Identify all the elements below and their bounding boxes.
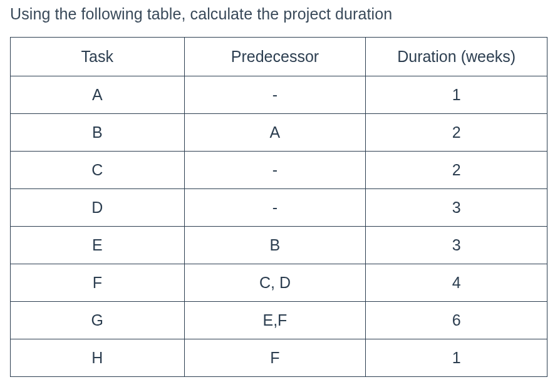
task-table: Task Predecessor Duration (weeks) A - 1 …: [10, 37, 547, 377]
cell-duration: 2: [366, 152, 547, 189]
table-row: E B 3: [11, 227, 547, 264]
table-row: C - 2: [11, 152, 547, 189]
cell-predecessor: B: [184, 227, 366, 264]
table-row: G E,F 6: [11, 302, 547, 339]
header-task: Task: [11, 38, 185, 76]
cell-task: E: [11, 227, 185, 264]
cell-duration: 1: [366, 339, 547, 377]
cell-task: F: [11, 264, 185, 302]
cell-duration: 1: [366, 76, 547, 114]
header-duration: Duration (weeks): [366, 38, 547, 76]
question-prompt: Using the following table, calculate the…: [10, 5, 550, 23]
header-predecessor: Predecessor: [184, 38, 366, 76]
cell-predecessor: C, D: [184, 264, 366, 302]
cell-task: B: [11, 114, 185, 152]
table-header: Task Predecessor Duration (weeks): [11, 38, 547, 76]
cell-predecessor: -: [184, 76, 366, 114]
table-row: D - 3: [11, 189, 547, 227]
table-row: B A 2: [11, 114, 547, 152]
cell-task: A: [11, 76, 185, 114]
cell-predecessor: -: [184, 189, 366, 227]
cell-predecessor: -: [184, 152, 366, 189]
cell-task: D: [11, 189, 185, 227]
cell-duration: 3: [366, 189, 547, 227]
cell-task: C: [11, 152, 185, 189]
cell-duration: 4: [366, 264, 547, 302]
cell-duration: 6: [366, 302, 547, 339]
table-row: A - 1: [11, 76, 547, 114]
table-body: A - 1 B A 2 C - 2 D - 3 E B 3 F C, D 4: [11, 76, 547, 377]
table-row: F C, D 4: [11, 264, 547, 302]
table-row: H F 1: [11, 339, 547, 377]
cell-predecessor: A: [184, 114, 366, 152]
cell-task: H: [11, 339, 185, 377]
cell-duration: 3: [366, 227, 547, 264]
table-header-row: Task Predecessor Duration (weeks): [11, 38, 547, 76]
cell-duration: 2: [366, 114, 547, 152]
cell-predecessor: E,F: [184, 302, 366, 339]
cell-task: G: [11, 302, 185, 339]
cell-predecessor: F: [184, 339, 366, 377]
